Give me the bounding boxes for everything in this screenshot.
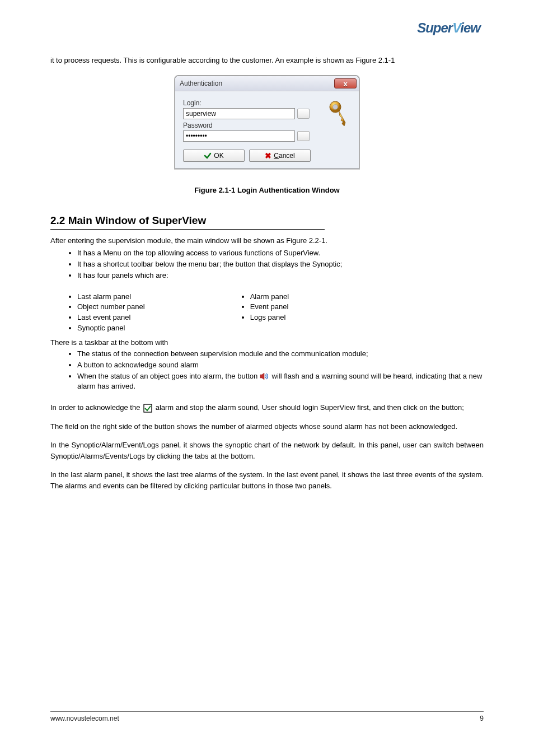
svg-point-1 — [333, 105, 338, 110]
password-label: Password — [183, 122, 352, 129]
list-item: Object number panel — [77, 302, 145, 312]
page-number: 9 — [480, 715, 484, 722]
list-item: Last event panel — [77, 312, 145, 323]
panel-columns: Last alarm panel Object number panel Las… — [50, 292, 484, 334]
page-content: it to process requests. This is configur… — [50, 56, 484, 491]
dialog-title: Authentication — [180, 80, 222, 87]
password-input[interactable] — [183, 130, 295, 142]
login-label: Login: — [183, 99, 352, 107]
paragraph: In the Synoptic/Alarm/Event/Logs panel, … — [50, 440, 484, 461]
dialog-body: Login: Password OK — [175, 91, 359, 169]
close-button[interactable]: x — [334, 78, 357, 88]
list-item: Alarm panel — [250, 292, 289, 302]
x-icon: ✖ — [265, 151, 271, 160]
close-icon: x — [343, 80, 347, 88]
checkmark-icon — [204, 152, 212, 160]
list-item: Logs panel — [250, 312, 289, 323]
keyboard-icon[interactable] — [297, 109, 310, 119]
brand-logo: SuperView — [417, 20, 480, 35]
list-item: It has a Menu on the top allowing access… — [77, 248, 484, 259]
figure-caption: Figure 2.1-1 Login Authentication Window — [50, 186, 484, 194]
keyboard-icon[interactable] — [297, 131, 310, 141]
paragraph: In order to acknowledge the alarm and st… — [50, 402, 484, 413]
dialog-titlebar: Authentication x — [175, 76, 359, 91]
list-item: It has four panels which are: — [77, 270, 484, 281]
section-intro: After entering the supervision module, t… — [50, 236, 484, 245]
paragraph: The field on the right side of the butto… — [50, 421, 484, 432]
taskbar-intro: There is a taskbar at the bottom with — [50, 338, 484, 347]
acknowledge-icon — [143, 404, 152, 413]
paragraph: In the last alarm panel, it shows the la… — [50, 469, 484, 491]
feature-list: It has a Menu on the top allowing access… — [50, 248, 484, 281]
list-item: Last alarm panel — [77, 292, 145, 302]
list-item: Event panel — [250, 302, 289, 312]
section-heading: 2.2 Main Window of SuperView — [50, 214, 325, 230]
panel-list-right: Alarm panel Event panel Logs panel — [223, 292, 289, 334]
footer-url: www.novustelecom.net — [50, 715, 119, 722]
key-icon — [329, 99, 349, 130]
ok-button[interactable]: OK — [183, 150, 245, 162]
list-item: The status of the connection between sup… — [77, 349, 484, 360]
page-footer: www.novustelecom.net 9 — [50, 711, 484, 722]
list-item: When the status of an object goes into a… — [77, 371, 484, 393]
speaker-icon — [260, 372, 270, 380]
list-item: Synoptic panel — [77, 323, 145, 334]
cancel-button[interactable]: ✖ Cancel — [249, 150, 311, 162]
taskbar-list: The status of the connection between sup… — [50, 349, 484, 392]
login-input[interactable] — [183, 108, 295, 119]
page-header: SuperView — [417, 20, 480, 36]
list-item: It has a shortcut toolbar below the menu… — [77, 259, 484, 270]
list-item: A button to acknowledge sound alarm — [77, 360, 484, 371]
dialog-figure: Authentication x — [50, 76, 484, 169]
intro-paragraph: it to process requests. This is configur… — [50, 56, 484, 64]
authentication-dialog: Authentication x — [175, 76, 359, 169]
panel-list-left: Last alarm panel Object number panel Las… — [50, 292, 145, 334]
